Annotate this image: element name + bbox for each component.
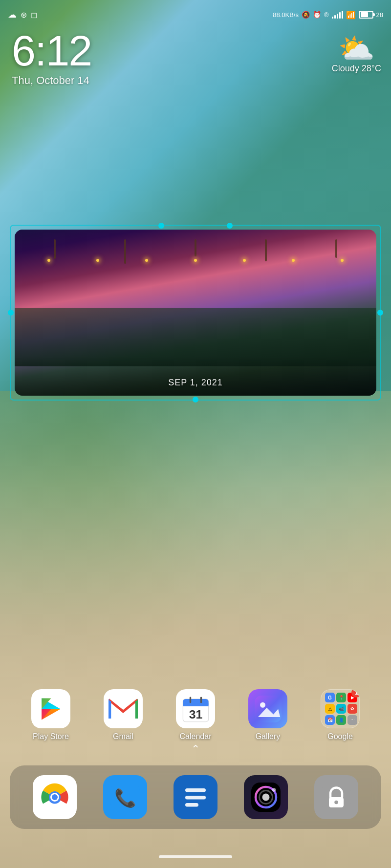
svg-point-34 xyxy=(272,788,276,792)
handle-top[interactable] xyxy=(158,223,164,229)
chrome-icon xyxy=(33,775,77,819)
widget-border: SEP 1, 2021 xyxy=(10,225,381,401)
photo-lights xyxy=(15,259,376,262)
svg-text:📞: 📞 xyxy=(114,787,136,808)
svg-point-17 xyxy=(260,702,265,707)
calendar-icon: 31 xyxy=(176,689,215,728)
svg-rect-28 xyxy=(185,796,206,800)
status-right-icons: 88.0KB/s 🔕 ⏰ ® 📶 28 xyxy=(273,10,383,20)
clock-time: 6:12 xyxy=(12,29,91,72)
svg-rect-27 xyxy=(185,788,206,792)
status-left-icons: ☁ ⊛ ◻ xyxy=(8,9,37,20)
gallery-icon xyxy=(248,689,287,728)
handle-bottom[interactable] xyxy=(193,397,198,402)
calendar-label: Calendar xyxy=(180,732,212,741)
weather-description: Cloudy 28°C xyxy=(332,64,381,74)
instagram-icon: ◻ xyxy=(31,10,37,20)
battery-percent: 28 xyxy=(376,11,383,19)
chevron-up-icon: ⌃ xyxy=(191,743,200,755)
google-folder-icon: 1 G 📍 ▶ △ 📹 ✿ 📅 👤 ⋯ xyxy=(321,689,360,728)
speed-indicator: 88.0KB/s xyxy=(273,11,299,19)
alarm-icon: ⏰ xyxy=(313,11,321,19)
registered-icon: ® xyxy=(324,11,329,19)
dock-chrome[interactable] xyxy=(33,775,77,819)
lock-icon xyxy=(314,775,358,819)
app-calendar[interactable]: 31 Calendar xyxy=(169,689,222,741)
svg-text:31: 31 xyxy=(189,707,202,720)
photo-widget[interactable]: SEP 1, 2021 xyxy=(10,225,381,401)
wifi-icon: 📶 xyxy=(346,10,356,20)
dock: 📞 xyxy=(10,765,381,829)
cloud-icon: ☁ xyxy=(8,9,17,20)
messages-icon xyxy=(174,775,217,819)
dock-phone[interactable]: 📞 xyxy=(103,775,147,819)
clock-area: 6:12 Thu, October 14 xyxy=(12,29,91,87)
handle-top-right[interactable] xyxy=(227,223,233,229)
app-google-folder[interactable]: 1 G 📍 ▶ △ 📹 ✿ 📅 👤 ⋯ xyxy=(313,689,367,741)
gallery-label: Gallery xyxy=(256,732,281,741)
app-play-store[interactable]: Play Store xyxy=(24,689,78,741)
dock-lock[interactable] xyxy=(314,775,358,819)
home-bar[interactable] xyxy=(159,855,232,858)
handle-mid-right[interactable] xyxy=(377,310,383,316)
svg-rect-12 xyxy=(183,703,208,706)
weather-widget: ⛅ Cloudy 28°C xyxy=(332,34,381,74)
google-folder-label: Google xyxy=(327,732,353,741)
whatsapp-icon: ⊛ xyxy=(21,10,27,20)
play-store-icon xyxy=(31,689,70,728)
app-grid: Play Store Gmail xyxy=(0,689,391,741)
handle-mid-left[interactable] xyxy=(8,310,14,316)
dock-camera[interactable] xyxy=(244,775,288,819)
play-store-label: Play Store xyxy=(33,732,69,741)
gmail-label: Gmail xyxy=(113,732,133,741)
mute-icon: 🔕 xyxy=(302,11,310,19)
battery-icon xyxy=(359,11,373,19)
phone-icon: 📞 xyxy=(103,775,147,819)
camera-icon xyxy=(244,775,288,819)
svg-rect-29 xyxy=(185,803,198,807)
clock-date: Thu, October 14 xyxy=(12,74,91,87)
swipe-indicator[interactable]: ⌃ xyxy=(191,743,200,756)
status-bar: ☁ ⊛ ◻ 88.0KB/s 🔕 ⏰ ® 📶 28 xyxy=(0,0,391,25)
dock-messages[interactable] xyxy=(174,775,217,819)
gmail-icon xyxy=(104,689,143,728)
signal-bars xyxy=(332,11,343,19)
svg-point-33 xyxy=(262,794,270,801)
app-gallery[interactable]: Gallery xyxy=(241,689,295,741)
photo-preview: SEP 1, 2021 xyxy=(15,230,376,396)
folder-badge: 1 xyxy=(351,689,360,698)
weather-icon: ⛅ xyxy=(332,34,381,64)
svg-point-37 xyxy=(334,801,338,804)
app-gmail[interactable]: Gmail xyxy=(96,689,150,741)
photo-overlay: SEP 1, 2021 xyxy=(15,357,376,396)
svg-point-23 xyxy=(52,794,58,800)
photo-date: SEP 1, 2021 xyxy=(168,378,223,388)
